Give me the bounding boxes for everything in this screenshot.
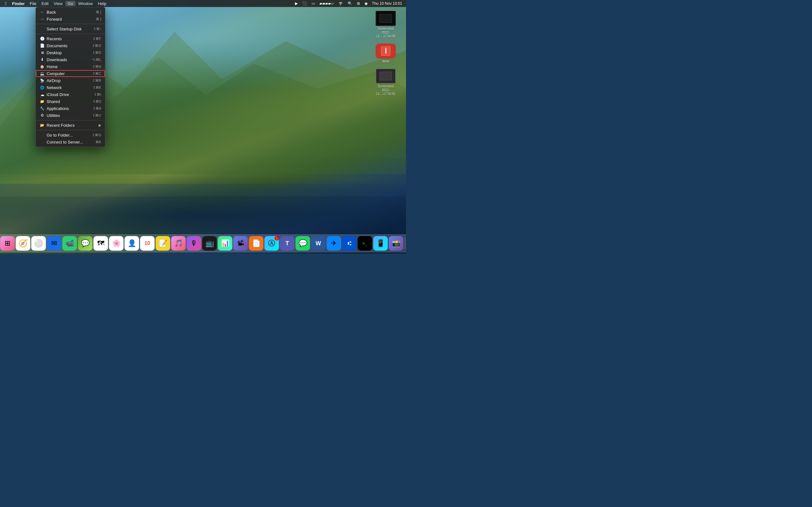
dock-maps[interactable]: 🗺 <box>94 236 108 250</box>
dock-keynote[interactable]: 📽 <box>234 236 248 250</box>
menubar-help[interactable]: Help <box>96 1 109 6</box>
appstore-badge: 1 <box>275 236 279 240</box>
menubar:  Finder File Edit View Go Window Help ▶… <box>0 0 406 7</box>
mail-icon: ✉ <box>51 239 57 247</box>
go-menu-dropdown: ← Back ⌘ [ → Forward ⌘ ] Select Startup … <box>36 7 105 147</box>
menubar-finder[interactable]: Finder <box>10 1 27 6</box>
go-home-shortcut: ⇧⌘H <box>92 65 101 69</box>
dock-word[interactable]: W <box>311 236 326 250</box>
dock-calendar[interactable]: 10 <box>140 236 155 250</box>
go-menu-documents[interactable]: Documents ⇧⌘O <box>36 42 105 49</box>
go-connect-label: Connect to Server... <box>47 140 96 145</box>
go-back-label: Back <box>47 10 96 14</box>
go-recents-label: Recents <box>47 37 93 41</box>
music-icon: 🎵 <box>174 239 183 247</box>
go-menu-utilities[interactable]: Utilities ⇧⌘U <box>36 112 105 119</box>
go-recent-folders-arrow: ▶ <box>99 123 101 127</box>
desktop-icon-screenshot-1[interactable]: Screenshot 2022-11-...17.50.09 <box>372 9 400 40</box>
dock-sourcetree[interactable]: ⑆ <box>342 236 357 250</box>
menubar-view[interactable]: View <box>51 1 65 6</box>
go-utilities-label: Utilities <box>47 113 92 118</box>
go-icloud-shortcut: ⇧⌘I <box>94 93 101 97</box>
dock-messages[interactable]: 💬 <box>78 236 93 250</box>
dock-safari[interactable]: 🧭 <box>16 236 31 250</box>
menubar-screen-icon[interactable]: ⬛ <box>301 1 308 6</box>
menubar-go[interactable]: Go <box>65 1 75 6</box>
menubar-siri-icon[interactable]: ◉ <box>363 1 369 6</box>
go-menu-downloads[interactable]: Downloads ⌥⌘L <box>36 56 105 63</box>
dock-podcasts[interactable]: 🎙 <box>187 236 201 250</box>
go-menu-recents[interactable]: Recents ⇧⌘F <box>36 35 105 42</box>
dock-iterm[interactable]: >_ <box>358 236 372 250</box>
go-menu-icloud[interactable]: iCloud Drive ⇧⌘I <box>36 91 105 98</box>
menubar-display-icon[interactable]: ▭ <box>310 1 316 6</box>
desktop-icon-screenshot-2[interactable]: Screenshot 2022-11-...17.50.01 <box>372 67 400 97</box>
pages-icon: 📄 <box>252 239 260 247</box>
safari-icon: 🧭 <box>18 239 28 248</box>
dock-launchpad[interactable]: ⊞ <box>0 236 15 250</box>
go-menu-back[interactable]: ← Back ⌘ [ <box>36 9 105 15</box>
screenshot-1-label: Screenshot 2022-11-...17.50.09 <box>373 27 398 38</box>
go-applications-label: Applications <box>47 106 93 111</box>
dock-pages[interactable]: 📄 <box>249 236 264 250</box>
go-menu-airdrop[interactable]: AirDrop ⇧⌘R <box>36 77 105 84</box>
go-documents-shortcut: ⇧⌘O <box>92 44 101 48</box>
dock-mail[interactable]: ✉ <box>47 236 61 250</box>
dock-appletv[interactable]: 📺 <box>202 236 217 250</box>
menubar-edit[interactable]: Edit <box>39 1 51 6</box>
menubar-window[interactable]: Window <box>76 1 95 6</box>
computer-icon <box>40 71 45 76</box>
whatsapp-icon: 💬 <box>299 239 307 247</box>
go-menu-startup-disk[interactable]: Select Startup Disk ⇧⌘↑ <box>36 25 105 32</box>
menubar-datetime[interactable]: Thu 10 Nov 10:01 <box>371 1 403 6</box>
dock-photos[interactable]: 🌸 <box>109 236 124 250</box>
dock-chrome[interactable]: ⚪ <box>32 236 46 250</box>
maps-icon: 🗺 <box>97 239 104 247</box>
chrome-icon: ⚪ <box>34 239 44 248</box>
dock-numbers[interactable]: 📊 <box>218 236 233 250</box>
utilities-icon <box>40 113 45 118</box>
go-menu-connect-server[interactable]: Connect to Server... ⌘K <box>36 138 105 146</box>
menubar-file[interactable]: File <box>28 1 39 6</box>
menubar-search-icon[interactable]: 🔍 <box>346 1 354 6</box>
iterm-icon: >_ <box>362 241 368 246</box>
go-computer-shortcut: ⇧⌘C <box>92 72 101 76</box>
go-menu-home[interactable]: Home ⇧⌘H <box>36 63 105 70</box>
numbers-icon: 📊 <box>221 239 229 247</box>
dock-appstore[interactable]: Ⓐ 1 <box>264 236 279 250</box>
menubar-wifi-icon[interactable] <box>337 1 345 6</box>
dock: ⊞ 🧭 ⚪ ✉ 📹 💬 🗺 🌸 👤 10 📝 🎵 🎙 <box>0 234 406 252</box>
go-airdrop-shortcut: ⇧⌘R <box>92 78 101 83</box>
dock-notes[interactable]: 📝 <box>156 236 170 250</box>
dock-contacts[interactable]: 👤 <box>125 236 139 250</box>
dock-facetime[interactable]: 📹 <box>62 236 77 250</box>
dock-teams[interactable]: T <box>280 236 295 250</box>
go-utilities-shortcut: ⇧⌘U <box>92 113 101 118</box>
messages-icon: 💬 <box>81 239 90 247</box>
go-menu-recent-folders[interactable]: Recent Folders ▶ <box>36 122 105 129</box>
go-menu-goto-folder[interactable]: Go to Folder... ⇧⌘G <box>36 131 105 138</box>
desktop-icon-done[interactable]: done <box>374 42 397 65</box>
menubar-battery-icon[interactable]: ▰▰▰▰▱ <box>318 1 335 6</box>
dock-screenshots-folder[interactable]: 📸 <box>389 236 403 250</box>
dock-apps-folder[interactable]: 📱 <box>373 236 388 250</box>
dock-music[interactable]: 🎵 <box>171 236 186 250</box>
menubar-play-icon[interactable]: ▶ <box>294 1 299 6</box>
recents-icon <box>40 36 45 41</box>
go-menu-applications[interactable]: Applications ⇧⌘A <box>36 105 105 112</box>
keynote-icon: 📽 <box>237 239 244 247</box>
apple-menu[interactable]:  <box>3 1 9 6</box>
separator-1 <box>36 24 105 24</box>
go-menu-computer[interactable]: Computer ⇧⌘C <box>36 70 105 77</box>
go-menu-forward[interactable]: → Forward ⌘ ] <box>36 15 105 22</box>
screenshot-1-preview <box>375 11 396 26</box>
go-menu-shared[interactable]: Shared ⇧⌘S <box>36 98 105 105</box>
menubar-controlcenter-icon[interactable]: ⊞ <box>356 1 361 6</box>
go-menu-network[interactable]: Network ⇧⌘K <box>36 84 105 91</box>
dock-whatsapp[interactable]: 💬 <box>296 236 310 250</box>
go-menu-desktop[interactable]: Desktop ⇧⌘D <box>36 49 105 56</box>
documents-icon <box>40 43 45 48</box>
dock-testflight[interactable]: ✈ <box>327 236 341 250</box>
photos-icon: 🌸 <box>112 239 120 247</box>
separator-4 <box>36 130 105 130</box>
